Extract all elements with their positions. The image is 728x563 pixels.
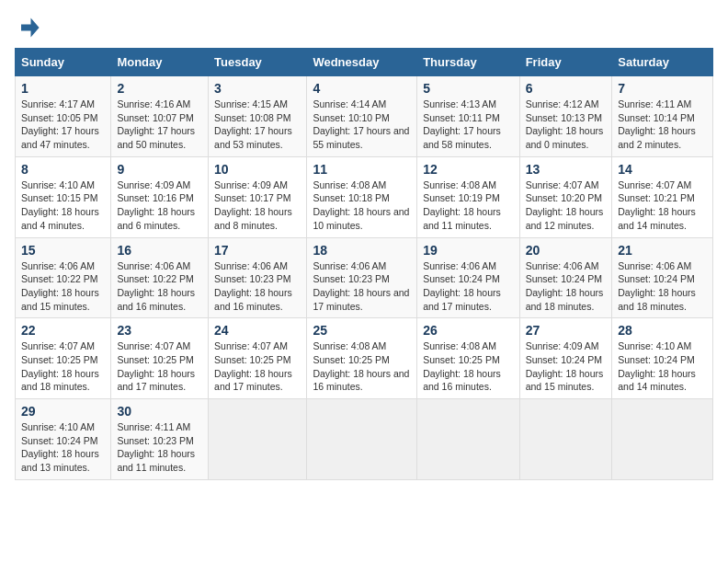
calendar-cell: 22 Sunrise: 4:07 AM Sunset: 10:25 PM Day… <box>16 318 111 399</box>
sunrise-value: 4:06 AM <box>59 260 95 271</box>
weekday-header-saturday: Saturday <box>612 49 713 76</box>
sunrise-value: 4:06 AM <box>461 260 497 271</box>
day-detail: Sunrise: 4:06 AM Sunset: 10:22 PM Daylig… <box>21 259 105 314</box>
sunrise-label: Sunrise: <box>117 340 154 351</box>
day-detail: Sunrise: 4:09 AM Sunset: 10:24 PM Daylig… <box>526 339 607 394</box>
calendar-cell: 23 Sunrise: 4:07 AM Sunset: 10:25 PM Day… <box>111 318 209 399</box>
sunset-label: Sunset: <box>423 112 459 123</box>
calendar-cell: 28 Sunrise: 4:10 AM Sunset: 10:24 PM Day… <box>612 318 713 399</box>
sunset-label: Sunset: <box>618 192 654 203</box>
daylight-label: Daylight: 18 hours and 6 minutes. <box>117 206 195 231</box>
sunrise-value: 4:15 AM <box>253 98 289 109</box>
calendar-cell: 2 Sunrise: 4:16 AM Sunset: 10:07 PM Dayl… <box>111 76 209 157</box>
day-number: 22 <box>21 323 105 338</box>
sunset-value: 10:19 PM <box>459 192 500 203</box>
sunset-value: 10:25 PM <box>348 354 390 365</box>
daylight-label: Daylight: 18 hours and 13 minutes. <box>21 448 99 473</box>
sunset-value: 10:22 PM <box>153 273 194 284</box>
calendar-cell: 13 Sunrise: 4:07 AM Sunset: 10:20 PM Day… <box>519 156 612 237</box>
sunset-value: 10:14 PM <box>654 112 695 123</box>
sunrise-value: 4:06 AM <box>563 260 599 271</box>
sunrise-label: Sunrise: <box>214 98 252 109</box>
daylight-label: Daylight: 18 hours and 18 minutes. <box>526 287 604 312</box>
calendar-cell <box>519 399 612 480</box>
sunset-value: 10:16 PM <box>153 192 194 203</box>
calendar-cell: 3 Sunrise: 4:15 AM Sunset: 10:08 PM Dayl… <box>209 76 307 157</box>
sunset-value: 10:13 PM <box>561 112 602 123</box>
day-number: 21 <box>618 243 707 258</box>
sunrise-label: Sunrise: <box>214 260 252 271</box>
sunset-label: Sunset: <box>117 273 153 284</box>
calendar-cell: 10 Sunrise: 4:09 AM Sunset: 10:17 PM Day… <box>209 156 307 237</box>
sunset-label: Sunset: <box>526 112 562 123</box>
calendar-cell: 18 Sunrise: 4:06 AM Sunset: 10:23 PM Day… <box>307 237 417 318</box>
daylight-label: Daylight: 18 hours and 11 minutes. <box>117 448 195 473</box>
sunrise-label: Sunrise: <box>618 98 655 109</box>
daylight-label: Daylight: 18 hours and 2 minutes. <box>618 125 696 150</box>
sunset-value: 10:24 PM <box>561 354 602 365</box>
day-number: 7 <box>618 81 707 96</box>
weekday-header-thursday: Thursday <box>417 49 519 76</box>
calendar-body: 1 Sunrise: 4:17 AM Sunset: 10:05 PM Dayl… <box>16 76 713 480</box>
sunrise-label: Sunrise: <box>214 179 252 190</box>
day-number: 17 <box>214 243 301 258</box>
sunset-value: 10:21 PM <box>654 192 695 203</box>
day-detail: Sunrise: 4:06 AM Sunset: 10:22 PM Daylig… <box>117 259 202 314</box>
day-detail: Sunrise: 4:10 AM Sunset: 10:15 PM Daylig… <box>21 178 105 233</box>
day-number: 2 <box>117 81 202 96</box>
sunset-label: Sunset: <box>313 112 348 123</box>
calendar-cell: 8 Sunrise: 4:10 AM Sunset: 10:15 PM Dayl… <box>16 156 111 237</box>
calendar-cell: 21 Sunrise: 4:06 AM Sunset: 10:24 PM Day… <box>612 237 713 318</box>
calendar-cell <box>417 399 519 480</box>
sunrise-label: Sunrise: <box>526 98 563 109</box>
sunrise-label: Sunrise: <box>526 340 563 351</box>
day-number: 4 <box>313 81 411 96</box>
sunset-value: 10:25 PM <box>57 354 98 365</box>
calendar-week-3: 15 Sunrise: 4:06 AM Sunset: 10:22 PM Day… <box>16 237 713 318</box>
sunrise-value: 4:07 AM <box>253 340 289 351</box>
sunset-label: Sunset: <box>117 112 153 123</box>
day-number: 26 <box>423 323 513 338</box>
sunrise-label: Sunrise: <box>117 260 154 271</box>
calendar-cell: 7 Sunrise: 4:11 AM Sunset: 10:14 PM Dayl… <box>612 76 713 157</box>
sunrise-value: 4:11 AM <box>155 421 191 432</box>
calendar-cell: 1 Sunrise: 4:17 AM Sunset: 10:05 PM Dayl… <box>16 76 111 157</box>
weekday-header-friday: Friday <box>519 49 612 76</box>
day-detail: Sunrise: 4:06 AM Sunset: 10:23 PM Daylig… <box>214 259 301 314</box>
daylight-label: Daylight: 18 hours and 16 minutes. <box>423 368 501 393</box>
day-number: 10 <box>214 162 301 177</box>
sunrise-label: Sunrise: <box>423 340 461 351</box>
daylight-label: Daylight: 18 hours and 14 minutes. <box>618 206 696 231</box>
sunset-label: Sunset: <box>313 273 348 284</box>
sunrise-value: 4:11 AM <box>656 98 692 109</box>
calendar-cell <box>612 399 713 480</box>
day-number: 30 <box>117 404 202 419</box>
day-detail: Sunrise: 4:09 AM Sunset: 10:16 PM Daylig… <box>117 178 202 233</box>
sunset-value: 10:22 PM <box>57 273 98 284</box>
sunrise-value: 4:12 AM <box>563 98 599 109</box>
calendar-cell: 14 Sunrise: 4:07 AM Sunset: 10:21 PM Day… <box>612 156 713 237</box>
calendar-week-1: 1 Sunrise: 4:17 AM Sunset: 10:05 PM Dayl… <box>16 76 713 157</box>
daylight-label: Daylight: 18 hours and 4 minutes. <box>21 206 99 231</box>
calendar-cell: 9 Sunrise: 4:09 AM Sunset: 10:16 PM Dayl… <box>111 156 209 237</box>
logo <box>15 15 44 40</box>
day-number: 12 <box>423 162 513 177</box>
day-detail: Sunrise: 4:08 AM Sunset: 10:25 PM Daylig… <box>313 339 411 394</box>
day-detail: Sunrise: 4:06 AM Sunset: 10:23 PM Daylig… <box>313 259 411 314</box>
sunset-value: 10:24 PM <box>654 354 695 365</box>
day-detail: Sunrise: 4:07 AM Sunset: 10:21 PM Daylig… <box>618 178 707 233</box>
daylight-label: Daylight: 17 hours and 47 minutes. <box>21 125 99 150</box>
weekday-header-wednesday: Wednesday <box>307 49 417 76</box>
sunset-label: Sunset: <box>214 273 250 284</box>
day-detail: Sunrise: 4:08 AM Sunset: 10:19 PM Daylig… <box>423 178 513 233</box>
sunset-value: 10:25 PM <box>250 354 291 365</box>
sunset-value: 10:08 PM <box>250 112 291 123</box>
calendar-cell <box>307 399 417 480</box>
daylight-label: Daylight: 18 hours and 10 minutes. <box>313 206 409 231</box>
day-number: 25 <box>313 323 411 338</box>
sunrise-value: 4:06 AM <box>253 260 289 271</box>
calendar-week-2: 8 Sunrise: 4:10 AM Sunset: 10:15 PM Dayl… <box>16 156 713 237</box>
sunset-label: Sunset: <box>313 192 348 203</box>
sunset-label: Sunset: <box>423 273 459 284</box>
sunrise-label: Sunrise: <box>423 260 461 271</box>
